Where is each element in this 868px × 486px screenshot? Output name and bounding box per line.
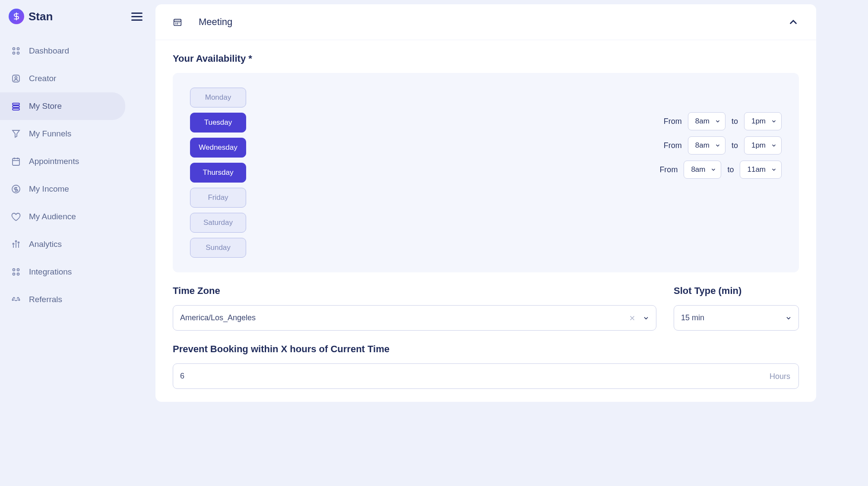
svg-point-1 — [17, 48, 19, 50]
chevron-up-icon[interactable] — [788, 16, 799, 28]
card-title: Meeting — [199, 16, 232, 28]
svg-point-20 — [13, 269, 15, 271]
svg-point-18 — [16, 241, 17, 242]
day-column: Monday Tuesday Wednesday Thursday Friday… — [190, 88, 246, 258]
svg-point-19 — [18, 242, 19, 243]
time-row-thursday: From 8am to 11am — [659, 160, 782, 179]
card-header[interactable]: Meeting — [155, 4, 816, 40]
income-icon — [11, 184, 21, 194]
sidebar-item-label: My Income — [29, 184, 69, 194]
sidebar-item-label: Referrals — [29, 295, 62, 304]
sidebar-item-my-store[interactable]: My Store — [0, 92, 125, 120]
svg-point-3 — [17, 52, 19, 54]
sidebar-item-my-funnels[interactable]: My Funnels — [0, 120, 125, 148]
sidebar-item-label: Analytics — [29, 240, 62, 249]
timezone-label: Time Zone — [173, 285, 656, 297]
sidebar-item-label: My Funnels — [29, 129, 71, 139]
day-btn-thursday[interactable]: Thursday — [190, 163, 246, 183]
sidebar-item-label: My Store — [29, 101, 62, 111]
sidebar-item-creator[interactable]: Creator — [0, 65, 125, 92]
from-label: From — [659, 165, 678, 174]
store-icon — [11, 101, 21, 111]
referrals-icon — [11, 294, 21, 305]
menu-toggle-icon[interactable] — [131, 13, 143, 21]
sidebar-item-my-income[interactable]: My Income — [0, 175, 125, 203]
from-label: From — [664, 117, 682, 126]
main-content: Meeting Your Availability * Monday Tuesd… — [155, 0, 868, 486]
svg-point-21 — [17, 269, 19, 271]
sidebar-item-label: Integrations — [29, 267, 72, 277]
day-btn-saturday[interactable]: Saturday — [190, 213, 246, 233]
chevron-down-icon — [715, 118, 721, 124]
availability-label: Your Availability * — [173, 53, 799, 64]
hours-suffix: Hours — [770, 372, 790, 381]
sidebar-item-label: My Audience — [29, 212, 76, 221]
chevron-down-icon — [771, 167, 777, 173]
svg-rect-9 — [13, 158, 19, 165]
day-btn-friday[interactable]: Friday — [190, 188, 246, 208]
logo-icon — [9, 9, 24, 24]
meeting-card: Meeting Your Availability * Monday Tuesd… — [155, 4, 816, 402]
appointments-icon — [11, 156, 21, 167]
from-select-tuesday[interactable]: 8am — [688, 112, 725, 130]
to-label: to — [732, 117, 738, 126]
integrations-icon — [11, 267, 21, 277]
clear-icon[interactable] — [629, 315, 636, 322]
timezone-select[interactable]: America/Los_Angeles — [173, 305, 656, 331]
svg-point-5 — [15, 77, 17, 79]
app-name: Stan — [29, 10, 53, 23]
day-btn-tuesday[interactable]: Tuesday — [190, 113, 246, 133]
chevron-down-icon[interactable] — [785, 315, 792, 322]
day-btn-monday[interactable]: Monday — [190, 88, 246, 107]
day-btn-sunday[interactable]: Sunday — [190, 238, 246, 258]
calendar-icon — [173, 17, 182, 27]
to-select-thursday[interactable]: 11am — [740, 161, 782, 179]
prevent-booking-input[interactable] — [173, 363, 799, 389]
chevron-down-icon — [771, 118, 777, 124]
sidebar-item-label: Creator — [29, 74, 56, 83]
sidebar-item-analytics[interactable]: Analytics — [0, 230, 125, 258]
sidebar: Stan Dashboard Creator My Store — [0, 0, 155, 486]
slot-type-select[interactable]: 15 min — [674, 305, 799, 331]
time-column: From 8am to 1pm Fro — [263, 88, 782, 258]
analytics-icon — [11, 239, 21, 249]
sidebar-item-label: Appointments — [29, 157, 79, 166]
svg-point-17 — [13, 243, 14, 245]
prevent-booking-label: Prevent Booking within X hours of Curren… — [173, 344, 799, 355]
to-label: to — [727, 165, 734, 174]
audience-icon — [11, 211, 21, 222]
sidebar-item-integrations[interactable]: Integrations — [0, 258, 125, 286]
chevron-down-icon — [715, 142, 721, 148]
day-btn-wednesday[interactable]: Wednesday — [190, 138, 246, 158]
chevron-down-icon — [771, 142, 777, 148]
sidebar-item-my-audience[interactable]: My Audience — [0, 203, 125, 230]
availability-box: Monday Tuesday Wednesday Thursday Friday… — [173, 73, 799, 272]
from-select-thursday[interactable]: 8am — [684, 161, 721, 179]
sidebar-item-appointments[interactable]: Appointments — [0, 148, 125, 175]
svg-point-22 — [13, 273, 15, 275]
creator-icon — [11, 73, 21, 84]
to-select-wednesday[interactable]: 1pm — [744, 136, 782, 155]
funnels-icon — [11, 129, 21, 139]
chevron-down-icon — [710, 167, 716, 173]
svg-point-0 — [13, 48, 15, 50]
time-row-wednesday: From 8am to 1pm — [664, 136, 782, 155]
svg-point-2 — [13, 52, 15, 54]
logo[interactable]: Stan — [9, 9, 53, 24]
from-label: From — [664, 141, 682, 150]
slot-type-label: Slot Type (min) — [674, 285, 799, 297]
sidebar-item-dashboard[interactable]: Dashboard — [0, 37, 125, 65]
logo-row: Stan — [0, 9, 155, 37]
sidebar-item-label: Dashboard — [29, 46, 69, 56]
svg-rect-6 — [13, 103, 19, 105]
from-select-wednesday[interactable]: 8am — [688, 136, 725, 155]
svg-rect-7 — [13, 106, 19, 107]
to-select-tuesday[interactable]: 1pm — [744, 112, 782, 130]
sidebar-item-referrals[interactable]: Referrals — [0, 286, 125, 313]
to-label: to — [732, 141, 738, 150]
chevron-down-icon[interactable] — [643, 315, 649, 322]
svg-rect-8 — [13, 108, 19, 110]
svg-point-23 — [17, 273, 19, 275]
time-row-tuesday: From 8am to 1pm — [664, 112, 782, 131]
dashboard-icon — [11, 46, 21, 56]
